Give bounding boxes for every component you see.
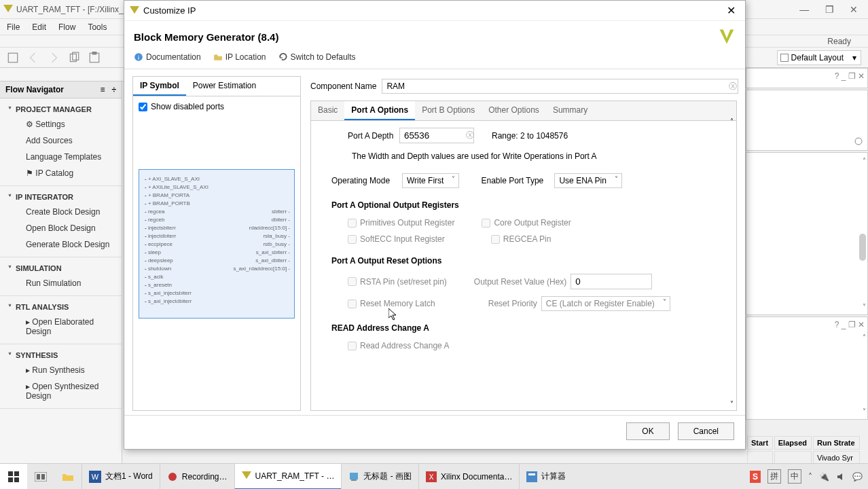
ime-pin-icon[interactable]: 拼 [767,469,781,484]
nav-language-templates[interactable]: Language Templates [0,149,122,165]
regcea-checkbox[interactable]: REGCEA Pin [491,234,551,244]
nav-open-block[interactable]: Open Block Design [0,220,122,236]
window-controls: — ❐ ✕ [793,4,865,15]
windows-taskbar: W文档1 - Word Recording… UART_RAM_TFT - … … [0,463,868,489]
maximize-icon[interactable]: ❐ [825,4,834,15]
ip-location-link[interactable]: IP Location [213,52,266,62]
component-name-input[interactable] [382,79,738,94]
ip-name-label: Block Memory Generator (8.4) [134,31,278,43]
layout-dropdown[interactable]: Default Layout ▾ [777,50,861,65]
new-project-icon[interactable] [7,52,19,64]
orv-input[interactable] [571,274,652,289]
svg-text:i: i [138,54,139,61]
nav-create-block[interactable]: Create Block Design [0,204,122,220]
port-a-depth-input[interactable] [399,128,474,143]
back-icon[interactable] [27,52,39,64]
table-row: Vivado Syr [747,451,860,465]
nav-open-synthesized[interactable]: ▸ Open Synthesized Design [0,378,122,404]
svg-rect-10 [8,477,13,482]
task-view-icon[interactable] [27,464,54,490]
taskbar-docs[interactable]: XXilinx Documenta… [418,464,519,490]
menu-file[interactable]: File [7,22,20,32]
svg-rect-8 [8,471,13,476]
scroll-down-icon[interactable]: ˅ [730,400,734,408]
volume-icon[interactable] [836,472,846,482]
nav-project-manager[interactable]: PROJECT MANAGER [0,103,122,116]
reset-mem-checkbox[interactable]: Reset Memory Latch [348,299,435,308]
system-tray: S 拼 中 ˄ 🔌 💬 [750,469,868,484]
primitives-checkbox[interactable]: Primitives Output Register [348,218,454,228]
nav-ip-catalog[interactable]: ⚑ IP Catalog [0,165,122,181]
dialog-close-icon[interactable]: ✕ [723,4,740,17]
svg-rect-11 [14,477,19,482]
enable-port-dropdown[interactable]: Use ENA Pin [554,173,621,188]
tab-ip-symbol[interactable]: IP Symbol [133,77,186,96]
copy-icon[interactable] [68,52,80,64]
clear-depth-icon[interactable]: ⓧ [466,130,474,141]
taskbar-recording[interactable]: Recording… [160,464,234,490]
nav-generate-block[interactable]: Generate Block Design [0,236,122,253]
vivado-icon [130,6,139,16]
svg-text:W: W [92,473,99,481]
nav-synthesis[interactable]: SYNTHESIS [0,348,122,362]
svg-rect-19 [351,479,357,481]
nav-simulation[interactable]: SIMULATION [0,261,122,275]
svg-text:X: X [429,473,434,481]
taskbar-vivado[interactable]: UART_RAM_TFT - … [234,464,342,490]
nav-add-sources[interactable]: Add Sources [0,132,122,149]
show-disabled-checkbox[interactable]: Show disabled ports [139,102,295,111]
flow-nav-menu-icon[interactable]: ≡ ÷ [100,85,116,94]
forward-icon[interactable] [48,52,60,64]
cancel-button[interactable]: Cancel [678,422,734,440]
softecc-checkbox[interactable]: SoftECC Input Register [348,234,445,244]
explorer-icon[interactable] [54,464,82,490]
paste-icon[interactable] [88,52,101,64]
switch-defaults-link[interactable]: Switch to Defaults [278,52,356,62]
taskbar-calc[interactable]: 计算器 [519,464,573,490]
nav-rtl-analysis[interactable]: RTL ANALYSIS [0,300,122,314]
reset-priority-dropdown[interactable]: CE (Latch or Register Enable) [541,296,670,311]
nav-run-synthesis[interactable]: ▸ Run Synthesis [0,362,122,378]
ok-button[interactable]: OK [626,422,669,440]
menu-tools[interactable]: Tools [88,22,107,32]
panel-1: ? _ ❐ ✕ [746,68,868,88]
close-icon[interactable]: ✕ [850,4,858,15]
enable-port-label: Enable Port Type [481,176,549,185]
tab-summary[interactable]: Summary [546,101,594,120]
ip-symbol-diagram: - + AXI_SLAVE_S_AXI- + AXILite_SLAVE_S_A… [139,169,295,319]
tab-basic[interactable]: Basic [311,101,344,120]
rsta-checkbox[interactable]: RSTA Pin (set/reset pin) [348,277,447,287]
taskbar-word[interactable]: W文档1 - Word [82,464,160,490]
tab-other-options[interactable]: Other Options [482,101,546,120]
core-out-checkbox[interactable]: Core Output Register [482,218,571,228]
ime-lang-icon[interactable]: 中 [788,469,801,484]
taskbar-paint[interactable]: 无标题 - 画图 [341,464,418,490]
nav-ip-integrator[interactable]: IP INTEGRATOR [0,190,122,204]
ime-icon[interactable]: S [750,471,761,483]
ip-symbol-panel: IP Symbol Power Estimation Show disabled… [132,76,301,411]
notification-icon[interactable]: 💬 [852,472,863,482]
tray-up-icon[interactable]: ˄ [808,472,812,482]
power-icon[interactable]: 🔌 [819,472,829,482]
nav-run-simulation[interactable]: Run Simulation [0,275,122,291]
scrollbar[interactable] [859,234,866,261]
start-button[interactable] [0,464,27,490]
panel-2 [746,90,868,151]
documentation-link[interactable]: iDocumentation [134,52,201,62]
svg-rect-14 [41,474,45,479]
scroll-up-icon[interactable]: ˄ [730,117,734,125]
read-addr-checkbox[interactable]: Read Address Change A [348,341,449,350]
tab-port-b-options[interactable]: Port B Options [415,101,482,120]
clear-icon[interactable]: ⓧ [729,81,737,92]
op-mode-dropdown[interactable]: Write First [402,173,459,188]
nav-open-elaborated[interactable]: ▸ Open Elaborated Design [0,314,122,340]
minimize-icon[interactable]: — [799,4,809,15]
tab-power-estimation[interactable]: Power Estimation [186,77,263,96]
opt-reg-title: Port A Optional Output Registers [331,200,716,210]
menu-flow[interactable]: Flow [58,22,75,32]
menu-edit[interactable]: Edit [32,22,46,32]
gear-icon[interactable] [854,137,863,146]
op-mode-label: Operating Mode [331,176,397,185]
nav-settings[interactable]: ⚙ Settings [0,116,122,132]
tab-port-a-options[interactable]: Port A Options [344,101,415,120]
